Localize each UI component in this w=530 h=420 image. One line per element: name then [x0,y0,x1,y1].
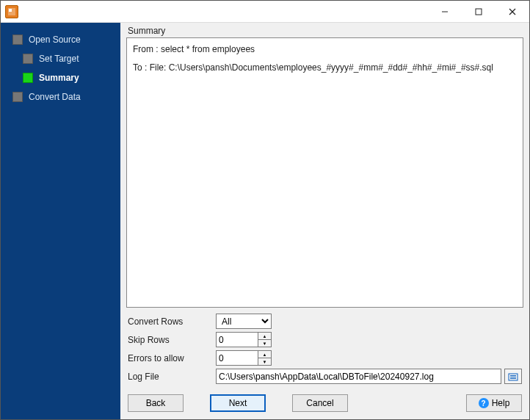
wizard-footer: Back Next Cancel ? Help [126,388,523,413]
errors-label: Errors to allow [128,353,216,363]
step-label: Open Source [29,35,81,45]
logfile-input[interactable] [216,369,501,384]
svg-rect-3 [476,9,482,15]
folder-icon [508,372,518,382]
summary-textbox[interactable]: From : select * from employees To : File… [126,37,523,308]
skip-rows-label: Skip Rows [128,335,216,345]
step-box-icon [12,92,23,102]
summary-from-line: From : select * from employees [133,43,517,57]
errors-spinner[interactable]: ▲▼ [216,350,272,366]
main-panel: Summary From : select * from employees T… [120,23,529,419]
minimize-button[interactable] [428,1,462,23]
cancel-button[interactable]: Cancel [292,394,348,412]
skip-rows-spinner[interactable]: ▲▼ [216,332,272,347]
step-box-icon [12,35,23,45]
convert-rows-select[interactable]: All [216,314,272,329]
spinner-arrows[interactable]: ▲▼ [258,333,271,347]
step-convert-data[interactable]: Convert Data [1,87,120,106]
svg-rect-7 [510,375,516,376]
section-title: Summary [126,26,523,37]
svg-rect-8 [510,377,516,377]
step-box-icon [23,73,33,83]
svg-rect-9 [510,378,516,379]
errors-input[interactable] [217,351,258,365]
help-button[interactable]: ? Help [466,394,522,412]
step-set-target[interactable]: Set Target [1,49,120,68]
maximize-button[interactable] [462,1,495,23]
wizard-sidebar: Open Source Set Target Summary Convert D… [1,23,120,419]
back-button[interactable]: Back [128,394,184,412]
step-label: Convert Data [29,92,81,102]
summary-to-line: To : File: C:\Users\pansh\Documents\empl… [133,61,517,75]
options-panel: Convert Rows All Skip Rows ▲▼ Errors to … [126,308,523,388]
help-icon: ? [479,398,489,408]
step-box-icon [23,54,33,64]
logfile-label: Log File [128,372,216,382]
convert-rows-label: Convert Rows [128,316,216,327]
wizard-window: Open Source Set Target Summary Convert D… [0,0,530,420]
titlebar [1,1,529,23]
next-button[interactable]: Next [210,394,266,412]
skip-rows-input[interactable] [217,333,258,347]
svg-rect-1 [9,9,12,12]
spinner-arrows[interactable]: ▲▼ [258,351,271,365]
step-label: Summary [39,73,79,83]
logfile-browse-button[interactable] [504,369,522,384]
close-button[interactable] [495,1,529,23]
step-summary[interactable]: Summary [1,68,120,87]
step-open-source[interactable]: Open Source [1,30,120,49]
app-icon [5,5,18,18]
step-label: Set Target [39,54,79,64]
